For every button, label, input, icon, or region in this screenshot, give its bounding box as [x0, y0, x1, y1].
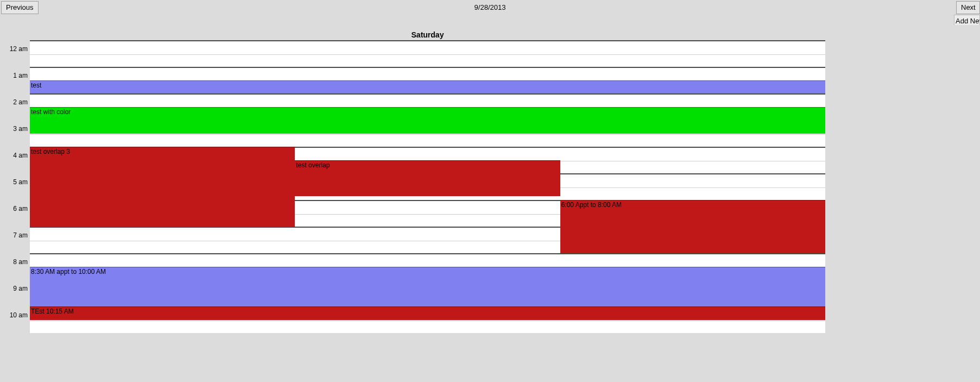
date-title: 9/28/2013 — [475, 3, 506, 11]
previous-button[interactable]: Previous — [1, 1, 39, 14]
add-new-button[interactable]: Add New — [954, 15, 980, 25]
next-button[interactable]: Next — [956, 1, 980, 14]
